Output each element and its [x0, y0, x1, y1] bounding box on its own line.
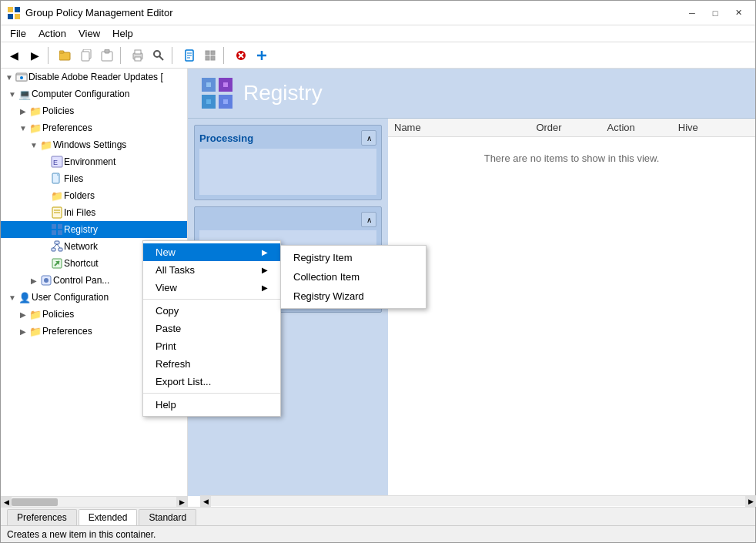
ctx-new-label: New [156, 246, 176, 258]
sub-registry-wizard[interactable]: Registry Wizard [281, 287, 426, 306]
h-scroll-right-button[interactable]: ▶ [176, 497, 187, 508]
menu-file[interactable]: File [4, 26, 32, 41]
svg-rect-57 [223, 82, 228, 87]
svg-rect-58 [206, 99, 211, 104]
icon-root [15, 70, 28, 84]
icon-environment: E [50, 155, 64, 169]
ctx-paste[interactable]: Paste [143, 320, 280, 337]
tree-item-preferences-1[interactable]: ▼ 📁 Preferences [1, 119, 187, 136]
toolbar-forward[interactable]: ▶ [25, 45, 45, 65]
icon-user-config: 👤 [18, 290, 32, 304]
sub-collection-item-label: Collection Item [293, 271, 360, 283]
svg-rect-3 [15, 14, 20, 19]
svg-rect-7 [82, 52, 89, 61]
ctx-new-arrow: ▶ [262, 248, 268, 256]
tab-standard[interactable]: Standard [139, 509, 196, 525]
svg-rect-2 [8, 14, 13, 19]
col-order: Order [536, 122, 607, 133]
icon-computer-config: 💻 [18, 87, 32, 101]
toolbar-stop[interactable] [231, 45, 251, 65]
tab-extended[interactable]: Extended [79, 509, 138, 526]
window-controls: ─ □ ✕ [681, 5, 749, 22]
menu-help[interactable]: Help [106, 26, 139, 41]
toolbar-search[interactable] [149, 45, 169, 65]
bottom-tabs: Preferences Extended Standard [1, 507, 755, 525]
toggle-root: ▼ [4, 73, 15, 82]
tree-item-ini-files[interactable]: Ini Files [1, 204, 187, 221]
icon-files [50, 172, 64, 186]
ctx-refresh[interactable]: Refresh [143, 355, 280, 373]
sub-collection-item[interactable]: Collection Item [281, 267, 426, 287]
svg-line-46 [57, 244, 60, 248]
ctx-print-label: Print [156, 340, 176, 352]
toolbar-copy[interactable] [76, 45, 96, 65]
toolbar-print[interactable] [128, 45, 148, 65]
ctx-view[interactable]: View ▶ [143, 279, 280, 297]
ctx-new[interactable]: New ▶ [143, 243, 280, 261]
menu-bar: File Action View Help [1, 25, 755, 42]
selected-collapse-button[interactable]: ∧ [361, 212, 376, 227]
menu-view[interactable]: View [72, 26, 106, 41]
tab-preferences[interactable]: Preferences [7, 509, 77, 525]
minimize-button[interactable]: ─ [681, 5, 703, 22]
tree-item-root[interactable]: ▼ Disable Adobe Reader Updates [ [1, 69, 187, 85]
h-scroll-left-button[interactable]: ◀ [1, 497, 12, 508]
tree-item-files[interactable]: Files [1, 170, 187, 187]
toolbar-new-folder[interactable] [55, 45, 75, 65]
ctx-all-tasks-label: All Tasks [156, 264, 195, 276]
toggle-user-config: ▼ [7, 293, 18, 302]
svg-rect-40 [52, 230, 56, 235]
submenu: Registry Item Collection Item Registry W… [280, 245, 427, 309]
icon-policies-1: 📁 [28, 104, 42, 118]
svg-text:E: E [53, 159, 58, 166]
ctx-refresh-label: Refresh [156, 358, 191, 370]
tree-label-shortcut: Shortcut [64, 258, 99, 269]
ctx-help[interactable]: Help [143, 396, 280, 414]
close-button[interactable]: ✕ [728, 5, 749, 22]
tree-label-folders: Folders [64, 190, 95, 201]
tree-item-windows-settings[interactable]: ▼ 📁 Windows Settings [1, 136, 187, 153]
ctx-print[interactable]: Print [143, 337, 280, 355]
menu-action[interactable]: Action [32, 26, 72, 41]
scroll-right-button[interactable]: ▶ [745, 496, 755, 497]
tree-item-environment[interactable]: E Environment [1, 153, 187, 170]
toggle-preferences-2: ▶ [18, 327, 28, 336]
toolbar-back[interactable]: ◀ [4, 45, 24, 65]
svg-rect-9 [105, 49, 109, 53]
processing-body [199, 149, 376, 195]
ctx-paste-label: Paste [156, 323, 181, 334]
ctx-copy[interactable]: Copy [143, 302, 280, 320]
ctx-all-tasks[interactable]: All Tasks ▶ [143, 261, 280, 279]
toolbar-view[interactable] [200, 45, 220, 65]
tree-item-computer-config[interactable]: ▼ 💻 Computer Configuration [1, 85, 187, 102]
icon-control-panel [39, 273, 53, 287]
svg-rect-19 [206, 51, 209, 55]
svg-line-45 [53, 244, 57, 248]
ctx-view-label: View [156, 282, 177, 293]
icon-network [50, 240, 64, 253]
table-panel: Name Order Action Hive There are no item… [388, 119, 755, 496]
tree-label-windows-settings: Windows Settings [53, 139, 126, 150]
tree-item-registry[interactable]: Registry [1, 221, 187, 238]
maximize-button[interactable]: □ [704, 5, 726, 22]
toggle-computer-config: ▼ [7, 90, 18, 99]
svg-rect-42 [55, 241, 59, 244]
tree-item-policies-1[interactable]: ▶ 📁 Policies [1, 102, 187, 119]
toolbar-paste[interactable] [97, 45, 117, 65]
tree-item-folders[interactable]: 📁 Folders [1, 187, 187, 204]
h-scroll-thumb [12, 498, 58, 506]
processing-collapse-button[interactable]: ∧ [361, 130, 376, 146]
ctx-export-list-label: Export List... [156, 376, 211, 387]
svg-rect-12 [135, 57, 141, 61]
icon-shortcut [50, 256, 64, 270]
processing-box: Processing ∧ [194, 125, 382, 200]
toolbar-add[interactable] [252, 45, 272, 65]
ctx-export-list[interactable]: Export List... [143, 373, 280, 390]
registry-header: Registry [188, 69, 755, 119]
col-name: Name [394, 122, 536, 133]
svg-rect-11 [135, 50, 141, 54]
tree-label-environment: Environment [64, 156, 115, 167]
sub-registry-item[interactable]: Registry Item [281, 248, 426, 267]
toolbar-properties[interactable] [179, 45, 199, 65]
ctx-help-label: Help [156, 399, 176, 411]
